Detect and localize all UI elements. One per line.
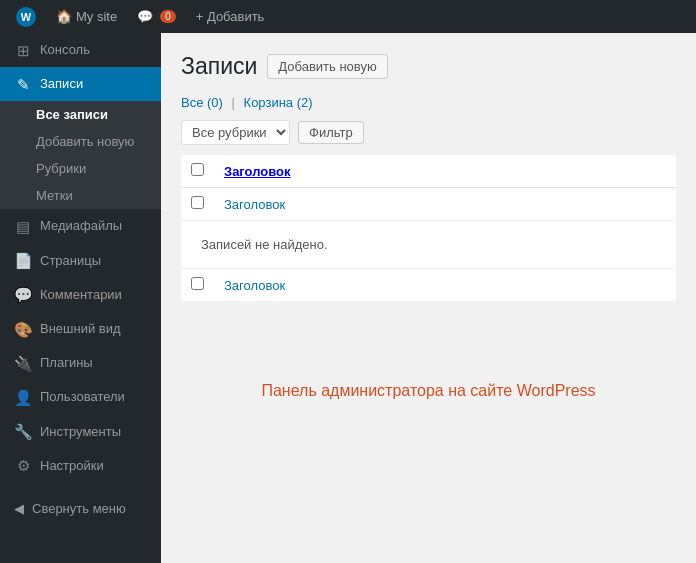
post-title-text-bottom: Заголовок — [224, 278, 285, 293]
filter-all-link[interactable]: Все (0) — [181, 95, 227, 110]
sidebar-item-users-label: Пользователи — [40, 388, 125, 406]
media-icon: ▤ — [14, 217, 32, 235]
sidebar-item-pages[interactable]: 📄 Страницы — [0, 244, 161, 278]
page-header: Записи Добавить новую — [181, 53, 676, 80]
sidebar-item-posts-label: Записи — [40, 75, 83, 93]
add-new-top-btn[interactable]: + Добавить — [188, 9, 273, 24]
table-cell-checkbox — [181, 188, 214, 221]
watermark-text: Панель администратора на сайте WordPress — [181, 382, 676, 400]
plugins-icon: 🔌 — [14, 354, 32, 372]
comments-count: 0 — [160, 10, 176, 23]
submenu-tags-label: Метки — [36, 188, 73, 203]
add-new-post-btn[interactable]: Добавить новую — [267, 54, 387, 79]
filter-tabs: Все (0) | Корзина (2) — [181, 95, 676, 110]
wp-logo-btn[interactable]: W — [8, 0, 44, 33]
collapse-arrow-icon: ◀ — [14, 501, 24, 516]
sidebar-item-appearance-label: Внешний вид — [40, 320, 121, 338]
site-name-label: My site — [76, 9, 117, 24]
table-title-label: Заголовок — [224, 164, 291, 179]
filter-trash-label: Корзина — [244, 95, 294, 110]
sidebar-item-pages-label: Страницы — [40, 252, 101, 270]
filter-separator: | — [232, 95, 235, 110]
tools-icon: 🔧 — [14, 423, 32, 441]
pages-icon: 📄 — [14, 252, 32, 270]
filter-trash-link[interactable]: Корзина (2) — [244, 95, 313, 110]
comments-icon: 💬 — [137, 9, 153, 24]
row-checkbox[interactable] — [191, 196, 204, 209]
submenu-add-new-label: Добавить новую — [36, 134, 134, 149]
submenu-all-posts-label: Все записи — [36, 107, 108, 122]
add-new-top-label: + Добавить — [196, 9, 265, 24]
wp-logo-icon: W — [16, 7, 36, 27]
submenu-categories[interactable]: Рубрики — [0, 155, 161, 182]
submenu-categories-label: Рубрики — [36, 161, 86, 176]
console-icon: ⊞ — [14, 41, 32, 59]
table-header-checkbox — [181, 155, 214, 188]
sidebar-item-plugins-label: Плагины — [40, 354, 93, 372]
no-results-text: Записей не найдено. — [191, 229, 666, 260]
sidebar-item-plugins[interactable]: 🔌 Плагины — [0, 346, 161, 380]
sidebar-item-console[interactable]: ⊞ Консоль — [0, 33, 161, 67]
users-icon: 👤 — [14, 388, 32, 406]
sidebar-item-media[interactable]: ▤ Медиафайлы — [0, 209, 161, 243]
post-title-link[interactable]: Заголовок — [224, 197, 285, 212]
comments-sidebar-icon: 💬 — [14, 286, 32, 304]
filter-trash-count: 2 — [301, 95, 308, 110]
admin-bar: W 🏠 My site 💬 0 + Добавить — [0, 0, 696, 33]
sidebar-item-tools-label: Инструменты — [40, 423, 121, 441]
table-title-sort-link[interactable]: Заголовок — [224, 164, 291, 179]
main-content: Записи Добавить новую Все (0) | Корзина … — [161, 33, 696, 563]
table-cell-title: Заголовок — [214, 188, 676, 221]
table-cell-checkbox-bottom — [181, 269, 214, 302]
site-name-btn[interactable]: 🏠 My site — [48, 0, 125, 33]
collapse-menu-label: Свернуть меню — [32, 501, 126, 516]
sidebar-item-settings-label: Настройки — [40, 457, 104, 475]
sidebar-item-users[interactable]: 👤 Пользователи — [0, 380, 161, 414]
bulk-bar: Все рубрики Фильтр — [181, 120, 676, 145]
sidebar-item-tools[interactable]: 🔧 Инструменты — [0, 415, 161, 449]
submenu-all-posts[interactable]: Все записи — [0, 101, 161, 128]
main-layout: ⊞ Консоль ✎ Записи Все записи Добавить н… — [0, 33, 696, 563]
sidebar: ⊞ Консоль ✎ Записи Все записи Добавить н… — [0, 33, 161, 563]
no-results-row: Записей не найдено. — [181, 221, 676, 269]
sidebar-item-comments-label: Комментарии — [40, 286, 122, 304]
table-header-row: Заголовок — [181, 155, 676, 188]
category-select[interactable]: Все рубрики — [181, 120, 290, 145]
row-checkbox-bottom[interactable] — [191, 277, 204, 290]
posts-table: Заголовок Заголовок — [181, 155, 676, 302]
sidebar-item-media-label: Медиафайлы — [40, 217, 122, 235]
select-all-checkbox[interactable] — [191, 163, 204, 176]
no-results-cell: Записей не найдено. — [181, 221, 676, 269]
appearance-icon: 🎨 — [14, 320, 32, 338]
posts-submenu: Все записи Добавить новую Рубрики Метки — [0, 101, 161, 209]
collapse-menu-btn[interactable]: ◀ Свернуть меню — [0, 493, 161, 524]
sidebar-item-settings[interactable]: ⚙ Настройки — [0, 449, 161, 483]
sidebar-item-appearance[interactable]: 🎨 Внешний вид — [0, 312, 161, 346]
post-title-text: Заголовок — [224, 197, 285, 212]
table-cell-title-bottom: Заголовок — [214, 269, 676, 302]
comments-btn[interactable]: 💬 0 — [129, 0, 184, 33]
submenu-tags[interactable]: Метки — [0, 182, 161, 209]
table-header-title: Заголовок — [214, 155, 676, 188]
submenu-add-new[interactable]: Добавить новую — [0, 128, 161, 155]
filter-all-label: Все — [181, 95, 203, 110]
settings-icon: ⚙ — [14, 457, 32, 475]
page-title: Записи — [181, 53, 257, 80]
filter-button[interactable]: Фильтр — [298, 121, 364, 144]
sidebar-item-console-label: Консоль — [40, 41, 90, 59]
home-icon: 🏠 — [56, 9, 72, 24]
sidebar-item-posts[interactable]: ✎ Записи — [0, 67, 161, 101]
post-title-link-bottom[interactable]: Заголовок — [224, 278, 285, 293]
filter-all-count: 0 — [211, 95, 218, 110]
table-row: Заголовок — [181, 188, 676, 221]
posts-icon: ✎ — [14, 75, 32, 93]
table-row-bottom: Заголовок — [181, 269, 676, 302]
sidebar-item-comments[interactable]: 💬 Комментарии — [0, 278, 161, 312]
